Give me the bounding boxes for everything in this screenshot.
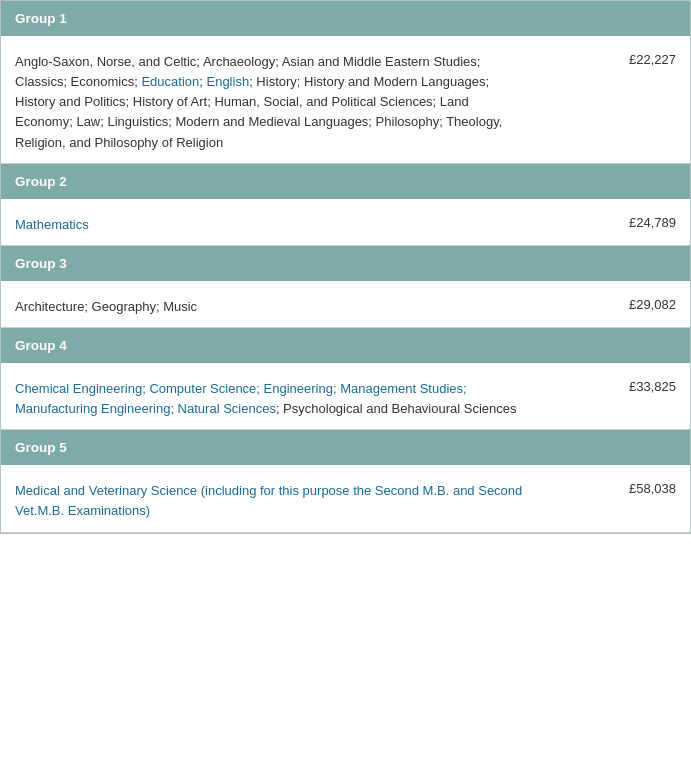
group1-header: Group 1 xyxy=(1,1,690,36)
group1-label: Group 1 xyxy=(1,1,690,36)
group1-link-english[interactable]: English xyxy=(206,74,249,89)
group2-content: Mathematics £24,789 xyxy=(1,205,690,246)
group5-header: Group 5 xyxy=(1,430,690,466)
group2-label: Group 2 xyxy=(1,163,690,199)
group4-label: Group 4 xyxy=(1,327,690,363)
group5-subjects: Medical and Veterinary Science (includin… xyxy=(1,471,538,532)
group1-link-education[interactable]: Education xyxy=(141,74,199,89)
group3-subjects: Architecture; Geography; Music xyxy=(1,287,538,328)
group3-label: Group 3 xyxy=(1,245,690,281)
group4-content: Chemical Engineering; Computer Science; … xyxy=(1,369,690,430)
group2-header: Group 2 xyxy=(1,163,690,199)
group4-text1: ; Psychological and Behavioural Sciences xyxy=(276,401,517,416)
group5-link-medical[interactable]: Medical and Veterinary Science (includin… xyxy=(15,483,522,518)
group3-content: Architecture; Geography; Music £29,082 xyxy=(1,287,690,328)
group5-label: Group 5 xyxy=(1,430,690,466)
group1-content: Anglo-Saxon, Norse, and Celtic; Archaeol… xyxy=(1,42,690,163)
group4-subjects: Chemical Engineering; Computer Science; … xyxy=(1,369,538,430)
group1-price: £22,227 xyxy=(538,42,690,163)
group2-price: £24,789 xyxy=(538,205,690,246)
group3-price: £29,082 xyxy=(538,287,690,328)
group3-text: Architecture; Geography; Music xyxy=(15,299,197,314)
group4-link-natural-sciences[interactable]: Natural Sciences xyxy=(178,401,276,416)
group1-subjects: Anglo-Saxon, Norse, and Celtic; Archaeol… xyxy=(1,42,538,163)
group5-content: Medical and Veterinary Science (includin… xyxy=(1,471,690,532)
group5-price: £58,038 xyxy=(538,471,690,532)
group4-price: £33,825 xyxy=(538,369,690,430)
group3-header: Group 3 xyxy=(1,245,690,281)
group2-subjects: Mathematics xyxy=(1,205,538,246)
group2-link-maths[interactable]: Mathematics xyxy=(15,217,89,232)
fee-table: Group 1 Anglo-Saxon, Norse, and Celtic; … xyxy=(0,0,691,534)
group4-header: Group 4 xyxy=(1,327,690,363)
